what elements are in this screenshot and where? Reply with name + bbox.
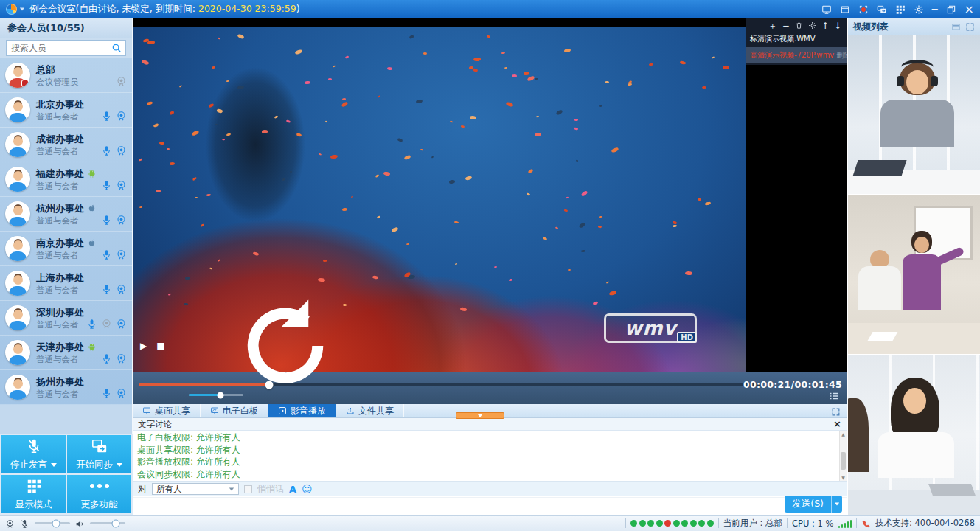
more-features-button[interactable]: 更多功能: [67, 475, 131, 513]
tab-media-playback[interactable]: 影音播放: [268, 404, 336, 417]
chat-input-area[interactable]: 发送(S): [133, 497, 847, 515]
tab-file-share[interactable]: 文件共享: [336, 404, 404, 417]
mic-icon[interactable]: [86, 319, 97, 330]
participant-row-shanghai[interactable]: 上海办事处 普通与会者: [0, 266, 132, 301]
video-mode-icon[interactable]: [951, 22, 961, 32]
tab-desktop-share[interactable]: 桌面共享: [133, 404, 201, 417]
player-volume-knob[interactable]: [217, 392, 223, 398]
playlist-item-selected[interactable]: 高清演示视频-720P.wmv删除: [746, 47, 847, 63]
mic-icon[interactable]: [101, 388, 112, 399]
send-label[interactable]: 发送(S): [785, 496, 831, 513]
expand-icon[interactable]: [965, 22, 975, 32]
playlist-delete-link[interactable]: 删除: [836, 50, 847, 60]
dropdown-caret-icon[interactable]: [51, 463, 57, 467]
speaker-volume-knob[interactable]: [111, 519, 119, 527]
mic-muted-status-icon[interactable]: [20, 518, 29, 529]
participant-row-beijing[interactable]: 北京办事处 普通与会者: [0, 93, 132, 128]
dropdown-caret-icon[interactable]: [117, 463, 122, 467]
remote-video-1[interactable]: [848, 35, 980, 195]
speaker-volume-slider[interactable]: [90, 522, 125, 524]
speaker-icon[interactable]: [75, 518, 85, 529]
whisper-checkbox[interactable]: [244, 485, 252, 493]
webcam-idle-icon[interactable]: [116, 76, 127, 87]
stop-speaking-button[interactable]: 停止发言: [1, 435, 66, 473]
maximize-button[interactable]: [946, 4, 956, 15]
fullscreen-icon[interactable]: [831, 404, 841, 418]
participant-row-hq[interactable]: 总部 会议管理员: [0, 58, 132, 93]
participant-name-text: 成都办事处: [36, 134, 84, 145]
webcam-icon[interactable]: [116, 249, 127, 260]
playlist-settings-icon[interactable]: [808, 21, 816, 30]
scroll-down-icon[interactable]: ▼: [840, 475, 847, 481]
remote-video-3[interactable]: [848, 355, 980, 515]
search-icon[interactable]: [111, 43, 122, 53]
start-sync-button[interactable]: 开始同步: [67, 435, 131, 473]
cpu-usage-label: CPU : 1 %: [792, 518, 833, 529]
chevron-down-icon[interactable]: [20, 8, 24, 11]
webcam-icon[interactable]: [116, 215, 127, 226]
mic-volume-slider[interactable]: [35, 522, 70, 524]
replay-button[interactable]: [175, 291, 396, 401]
mic-icon[interactable]: [101, 180, 112, 191]
mic-icon[interactable]: [101, 249, 112, 260]
participant-row-shenzhen[interactable]: 深圳办事处 普通与会者: [0, 301, 132, 336]
webcam-icon[interactable]: [116, 319, 127, 330]
minimize-button[interactable]: ─: [932, 6, 938, 13]
tab-whiteboard[interactable]: 电子白板: [201, 404, 268, 417]
meeting-app-window: 例会会议室(自由讨论, 未锁定, 到期时间: 2020-04-30 23:59:…: [0, 0, 980, 531]
play-button[interactable]: ▶: [140, 341, 147, 351]
webcam-status-icon[interactable]: [5, 518, 15, 529]
dither-grid-icon[interactable]: [895, 4, 906, 15]
webcam-icon[interactable]: [116, 111, 127, 122]
mic-volume-knob[interactable]: [52, 519, 60, 527]
fish: [581, 250, 585, 252]
participant-row-hangzhou[interactable]: 杭州办事处 普通与会者: [0, 197, 132, 232]
player-volume-slider[interactable]: [189, 394, 243, 396]
mic-icon[interactable]: [101, 284, 112, 295]
playlist-move-up-icon[interactable]: ↑: [821, 22, 829, 30]
scroll-up-icon[interactable]: ▲: [840, 431, 847, 437]
chat-scrollbar[interactable]: ▲ ▼: [839, 431, 847, 481]
webcam-icon[interactable]: [116, 180, 127, 191]
panel-collapse-handle[interactable]: [456, 412, 504, 419]
webcam-idle-icon[interactable]: [101, 319, 112, 330]
recipient-select[interactable]: 所有人: [152, 483, 239, 495]
participant-row-chengdu[interactable]: 成都办事处 普通与会者: [0, 128, 132, 162]
playlist-remove-icon[interactable]: −: [782, 22, 790, 30]
playlist-add-icon[interactable]: ＋: [768, 22, 777, 30]
record-icon[interactable]: [858, 4, 869, 15]
participant-row-yangzhou[interactable]: 扬州办事处 普通与会者: [0, 370, 132, 405]
window-mode-icon[interactable]: [840, 4, 850, 15]
screen-preview-icon[interactable]: [821, 4, 832, 15]
playlist-delete-icon[interactable]: [795, 21, 803, 30]
playlist-item[interactable]: 标清演示视频.WMV: [746, 31, 847, 47]
settings-gear-icon[interactable]: [914, 4, 924, 15]
fish: [170, 162, 175, 165]
webcam-icon[interactable]: [116, 353, 127, 364]
scroll-thumb[interactable]: [841, 452, 846, 470]
close-button[interactable]: ×: [965, 4, 974, 15]
stop-button[interactable]: ■: [156, 341, 164, 351]
chat-close-icon[interactable]: ×: [833, 420, 841, 428]
webcam-icon[interactable]: [116, 388, 127, 399]
participant-row-tianjin[interactable]: 天津办事处 普通与会者: [0, 336, 132, 370]
search-input[interactable]: [6, 40, 126, 56]
playlist-toggle-button[interactable]: [829, 388, 839, 402]
font-button[interactable]: A: [289, 484, 296, 495]
playlist-move-down-icon[interactable]: ↓: [834, 22, 841, 30]
participant-row-fujian[interactable]: 福建办事处 普通与会者: [0, 162, 132, 197]
send-options-caret[interactable]: [831, 496, 842, 513]
whisper-label: 悄悄话: [257, 483, 284, 496]
mic-icon[interactable]: [101, 215, 112, 226]
participant-row-nanjing[interactable]: 南京办事处 普通与会者: [0, 232, 132, 266]
send-button[interactable]: 发送(S): [785, 496, 842, 513]
mic-icon[interactable]: [101, 353, 112, 364]
mic-icon[interactable]: [101, 111, 112, 122]
mic-icon[interactable]: [101, 145, 112, 156]
webcam-icon[interactable]: [116, 145, 127, 156]
screen-cast-icon[interactable]: [877, 4, 887, 15]
webcam-icon[interactable]: [116, 284, 127, 295]
display-mode-button[interactable]: 显示模式: [1, 475, 66, 513]
remote-video-2[interactable]: [848, 195, 980, 356]
emoji-button[interactable]: ☺: [302, 484, 313, 494]
